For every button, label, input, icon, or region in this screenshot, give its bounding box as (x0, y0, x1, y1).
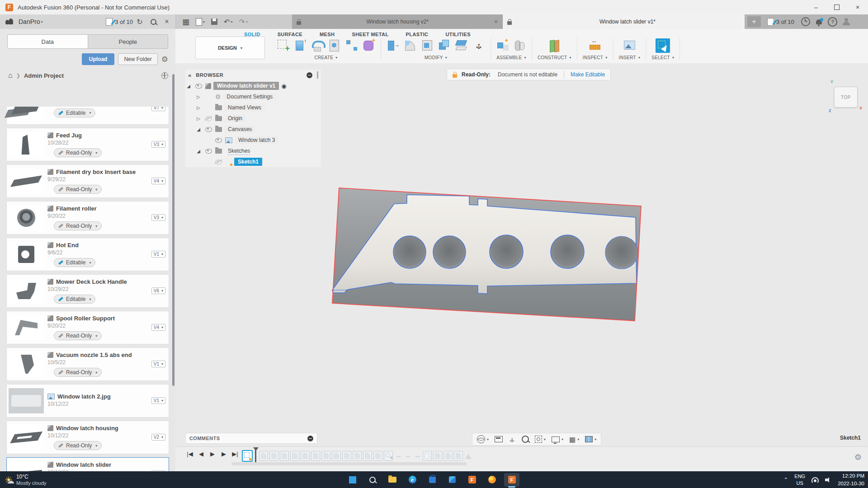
close-button[interactable]: × (847, 0, 868, 14)
ribbon-group-label[interactable]: MODIFY▾ (425, 55, 447, 60)
timeline-feature-icon[interactable] (321, 451, 330, 461)
display-settings-icon[interactable]: ▾ (552, 436, 563, 442)
item-name[interactable]: Filament roller (56, 205, 97, 212)
item-status-dropdown[interactable]: Read-Only▾ (54, 368, 102, 377)
item-version-dropdown[interactable]: V6▾ (151, 287, 165, 294)
item-name[interactable]: Filament dry box Insert base (56, 169, 136, 175)
item-status-dropdown[interactable]: Read-Only▾ (54, 148, 102, 157)
item-name[interactable]: Hot End (56, 242, 79, 249)
look-at-icon[interactable] (495, 436, 503, 442)
item-version-dropdown[interactable]: V3▾ (151, 214, 165, 221)
weather-widget[interactable]: ☀☁ 10°C Mostly cloudy (5, 474, 99, 486)
taskbar-store-icon[interactable] (425, 473, 440, 487)
ribbon-group-label[interactable]: CREATE▾ (315, 55, 338, 60)
new-tab-button[interactable]: + (747, 16, 761, 27)
team-name[interactable]: DanPro (19, 18, 40, 25)
timeline-mirror-icon[interactable] (464, 451, 472, 460)
new-folder-button[interactable]: New Folder (118, 53, 157, 65)
item-name[interactable]: Window latch slider (56, 461, 111, 468)
timeline-playhead[interactable] (255, 449, 257, 463)
project-item-card[interactable]: Hot End9/6/22Editable▾V1▾ (6, 238, 169, 271)
timeline-scrollbar[interactable] (231, 462, 467, 465)
project-item-card[interactable]: Filament roller9/20/22Read-Only▾V3▾ (6, 201, 169, 235)
browser-row-named-views[interactable]: ▷Named Views (185, 102, 321, 113)
zoom-icon[interactable] (522, 436, 529, 443)
project-item-card[interactable]: Window latch 2.jpg10/12/22V1▾ (6, 384, 169, 418)
view-cube[interactable]: Y TOP X Z (830, 82, 860, 111)
shell-icon[interactable] (421, 39, 434, 52)
profile-button[interactable] (840, 14, 853, 29)
joint-icon[interactable] (514, 39, 526, 52)
project-item-card[interactable]: ▾10/1/22Editable▾V7▾ (6, 107, 169, 125)
timeline-active-sketch-icon[interactable] (242, 450, 253, 462)
viewport-canvas[interactable]: Read-Only: Document is not editable Make… (175, 63, 868, 471)
file-menu-button[interactable]: ▾ (196, 18, 205, 26)
item-status-dropdown[interactable]: Editable▾ (54, 295, 95, 304)
panel-settings-gear-icon[interactable]: ⚙ (161, 56, 168, 63)
create-sketch-icon[interactable] (277, 39, 289, 52)
grid-settings-icon[interactable]: ▦▾ (569, 436, 579, 443)
timeline-feature-icon[interactable] (311, 451, 320, 461)
expand-open-icon[interactable]: ◢ (195, 127, 202, 132)
form-icon[interactable] (363, 39, 375, 52)
item-version-dropdown[interactable]: V1▾ (151, 397, 165, 404)
visibility-eye-icon[interactable] (204, 149, 213, 154)
item-name[interactable]: Vacuum nozzle 1.5 abs end (56, 352, 132, 358)
item-status-dropdown[interactable]: Read-Only▾ (54, 185, 102, 194)
ribbon-group-label[interactable]: INSPECT▾ (583, 55, 608, 60)
taskbar-edge-icon[interactable]: e (405, 473, 420, 487)
combine-icon[interactable] (438, 39, 451, 52)
timeline-feature-icon[interactable] (280, 451, 289, 461)
ribbon-tab-utilities[interactable]: UTILITIES (444, 30, 472, 39)
timeline-feature-icon[interactable] (290, 451, 299, 461)
item-name[interactable]: Window latch 2.jpg (57, 393, 111, 400)
make-editable-link[interactable]: Make Editable (571, 71, 605, 78)
maximize-button[interactable] (826, 0, 847, 14)
data-panel-toggle[interactable]: ▦ (182, 17, 189, 27)
minimize-button[interactable]: – (806, 0, 826, 14)
timeline-feature-icon[interactable] (269, 451, 278, 461)
collapse-browser-icon[interactable]: « (188, 72, 191, 79)
browser-scrollbar[interactable] (317, 71, 318, 79)
project-item-card[interactable]: Filament dry box Insert base9/29/22Read-… (6, 164, 169, 198)
home-icon[interactable]: ⌂ (8, 71, 13, 80)
timeline-move-icon[interactable] (404, 451, 412, 460)
browser-row-window-latch-slider-v1[interactable]: ◢Window latch slider v1◉ (185, 80, 321, 91)
item-version-dropdown[interactable]: V1▾ (151, 251, 165, 258)
fit-icon[interactable]: ▾ (535, 436, 546, 443)
item-version-dropdown[interactable]: V7▾ (151, 107, 165, 111)
browser-row-canvases[interactable]: ◢Canvases (185, 124, 321, 135)
visibility-eye-off-icon[interactable] (204, 116, 213, 121)
timeline-move-icon[interactable] (394, 451, 402, 460)
document-tab[interactable]: Window latch housing v2* × (292, 14, 503, 29)
pan-icon[interactable] (509, 436, 516, 443)
taskbar-fusion-360-icon[interactable]: F (464, 473, 480, 487)
timeline-feature-icon[interactable] (454, 451, 463, 461)
project-item-card[interactable]: Window latch housing10/12/22Read-Only▾V2… (6, 421, 169, 454)
expand-closed-icon[interactable]: ▷ (195, 116, 202, 121)
timeline-feature-icon[interactable] (433, 451, 442, 461)
browser-row-origin[interactable]: ▷Origin (185, 113, 321, 124)
taskbar-file-explorer-icon[interactable] (385, 473, 400, 487)
project-item-card[interactable]: Window latch slider10/12/22Read-Only▾V1▾ (6, 457, 169, 471)
measure-icon[interactable] (589, 39, 601, 52)
timeline-feature-icon[interactable] (259, 451, 268, 461)
new-component-icon[interactable] (496, 39, 509, 52)
tab-data[interactable]: Data (8, 35, 88, 48)
item-version-dropdown[interactable]: V3▾ (151, 141, 165, 148)
expand-closed-icon[interactable]: ▷ (195, 105, 202, 110)
timeline-feature-icon[interactable] (373, 451, 382, 461)
item-version-dropdown[interactable]: V1▾ (151, 361, 165, 367)
wifi-icon[interactable] (811, 477, 819, 483)
save-button[interactable] (211, 19, 217, 25)
timeline-step-forward-button[interactable]: ▶ (220, 450, 227, 457)
select-icon[interactable] (656, 38, 670, 53)
insert-image-icon[interactable] (623, 39, 636, 52)
press-pull-icon[interactable] (387, 39, 399, 52)
item-status-dropdown[interactable]: Read-Only▾ (54, 331, 102, 340)
visibility-eye-icon[interactable] (194, 84, 203, 89)
expand-open-icon[interactable]: ◢ (185, 84, 192, 89)
browser-row-sketches[interactable]: ◢Sketches (185, 145, 321, 156)
item-name[interactable]: Spool Roller Support (56, 315, 115, 322)
close-tab-icon[interactable]: × (494, 18, 498, 25)
